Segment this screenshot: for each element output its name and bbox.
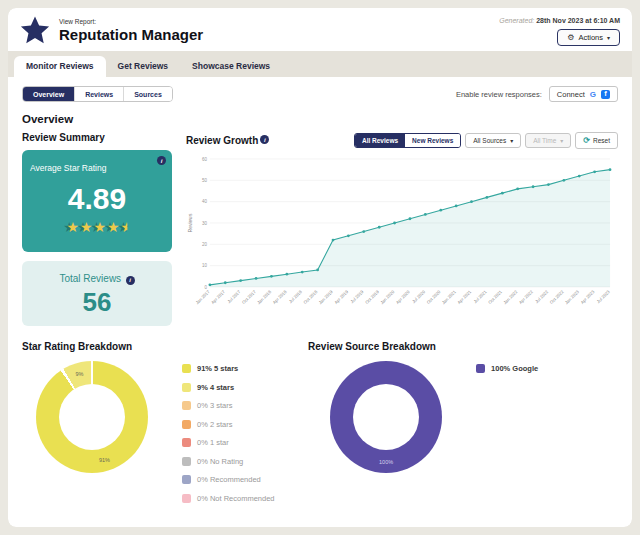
svg-text:Jan 2022: Jan 2022 xyxy=(502,289,518,305)
svg-text:20: 20 xyxy=(202,242,207,247)
svg-text:30: 30 xyxy=(202,221,207,226)
svg-text:Apr 2023: Apr 2023 xyxy=(580,289,596,305)
average-star-rating-value: 4.89 xyxy=(30,182,164,216)
all-sources-label: All Sources xyxy=(473,137,506,144)
svg-text:Apr 2019: Apr 2019 xyxy=(333,289,349,305)
stars-filled-icon: ★★★★★ xyxy=(66,219,127,235)
app-logo-star-icon xyxy=(20,15,50,45)
legend-item: 0% 2 stars xyxy=(182,420,275,429)
total-reviews-label: Total Reviews xyxy=(59,273,121,284)
svg-text:Jan 2021: Jan 2021 xyxy=(441,289,457,305)
legend-label: 0% 2 stars xyxy=(197,420,232,429)
reset-button[interactable]: ⟳ Reset xyxy=(575,132,618,149)
legend-swatch-icon xyxy=(476,364,485,373)
legend-swatch-icon xyxy=(182,401,191,410)
refresh-icon: ⟳ xyxy=(583,136,590,145)
all-time-dropdown[interactable]: All Time ▾ xyxy=(525,133,571,148)
actions-button[interactable]: ⚙ Actions ▾ xyxy=(557,29,620,46)
svg-text:Apr 2017: Apr 2017 xyxy=(210,289,226,305)
review-source-breakdown-title: Review Source Breakdown xyxy=(308,341,618,352)
legend-swatch-icon xyxy=(182,438,191,447)
svg-text:Jan 2020: Jan 2020 xyxy=(379,289,395,305)
review-growth-chart: 0102030405060ReviewsJan 2017Apr 2017Jul … xyxy=(186,153,618,329)
legend-swatch-icon xyxy=(182,475,191,484)
subtab-reviews[interactable]: Reviews xyxy=(75,87,124,101)
svg-text:Jul 2022: Jul 2022 xyxy=(534,289,549,304)
svg-text:60: 60 xyxy=(202,157,207,162)
svg-text:50: 50 xyxy=(202,178,207,183)
new-reviews-button[interactable]: New Reviews xyxy=(405,134,460,147)
legend-item: 0% Recommended xyxy=(182,475,275,484)
generated-timestamp: Generated: 28th Nov 2023 at 6:10 AM xyxy=(499,17,620,24)
google-icon: G xyxy=(590,90,596,99)
svg-text:Oct 2022: Oct 2022 xyxy=(549,289,565,305)
section-title-overview: Overview xyxy=(22,113,618,125)
subtab-sources[interactable]: Sources xyxy=(124,87,172,101)
tab-monitor-reviews[interactable]: Monitor Reviews xyxy=(14,56,106,77)
subtab-group: Overview Reviews Sources xyxy=(22,86,173,102)
star-rating-stars: ★★★★★ ★★★★★ xyxy=(30,218,164,236)
legend-label: 0% 3 stars xyxy=(197,401,232,410)
svg-text:Jul 2017: Jul 2017 xyxy=(226,289,241,304)
reset-button-label: Reset xyxy=(593,137,610,144)
legend-item: 100% Google xyxy=(476,364,538,373)
svg-text:Apr 2022: Apr 2022 xyxy=(518,289,534,305)
donut-slice-label: 100% xyxy=(379,459,393,465)
legend-label: 91% 5 stars xyxy=(197,364,238,373)
main-tab-bar: Monitor Reviews Get Reviews Showcase Rev… xyxy=(8,51,632,77)
star-rating-fill: ★★★★★ xyxy=(66,218,127,236)
legend-swatch-icon xyxy=(182,364,191,373)
svg-text:Jul 2021: Jul 2021 xyxy=(473,289,488,304)
svg-text:Jan 2023: Jan 2023 xyxy=(564,289,580,305)
connect-button[interactable]: Connect G f xyxy=(549,86,618,102)
all-sources-dropdown[interactable]: All Sources ▾ xyxy=(465,133,521,148)
star-rating-donut: 91%9% xyxy=(36,361,148,473)
page-title: Reputation Manager xyxy=(59,26,203,43)
legend-swatch-icon xyxy=(182,494,191,503)
review-growth-title: Review Growth xyxy=(186,135,258,146)
svg-text:Oct 2019: Oct 2019 xyxy=(364,289,380,305)
total-reviews-card: Total Reviews i 56 xyxy=(22,261,172,326)
subtab-overview[interactable]: Overview xyxy=(23,87,75,101)
star-rating-breakdown-title: Star Rating Breakdown xyxy=(22,341,308,352)
chevron-down-icon: ▾ xyxy=(607,34,610,41)
legend-swatch-icon xyxy=(182,420,191,429)
svg-text:Jul 2018: Jul 2018 xyxy=(288,289,303,304)
svg-text:Oct 2017: Oct 2017 xyxy=(241,289,257,305)
svg-text:Jan 2017: Jan 2017 xyxy=(195,289,211,305)
actions-button-label: Actions xyxy=(578,33,603,42)
content: Overview Reviews Sources Enable review r… xyxy=(8,77,632,527)
info-icon[interactable]: i xyxy=(157,156,166,165)
gear-icon: ⚙ xyxy=(567,33,574,42)
svg-text:Jan 2019: Jan 2019 xyxy=(318,289,334,305)
total-reviews-value: 56 xyxy=(28,287,166,318)
average-star-rating-card: Average Star Rating i 4.89 ★★★★★ ★★★★★ xyxy=(22,150,172,252)
svg-text:40: 40 xyxy=(202,199,207,204)
star-rating-legend: 91% 5 stars9% 4 stars0% 3 stars0% 2 star… xyxy=(182,364,275,512)
svg-text:Reviews: Reviews xyxy=(187,213,193,232)
legend-item: 91% 5 stars xyxy=(182,364,275,373)
legend-item: 0% 1 star xyxy=(182,438,275,447)
chevron-down-icon: ▾ xyxy=(510,137,513,144)
header: View Report: Reputation Manager Generate… xyxy=(8,8,632,51)
svg-text:10: 10 xyxy=(202,263,207,268)
legend-item: 0% No Rating xyxy=(182,457,275,466)
tab-showcase-reviews[interactable]: Showcase Reviews xyxy=(180,56,282,77)
review-source-legend: 100% Google xyxy=(476,364,538,383)
enable-review-responses-label: Enable review responses: xyxy=(456,90,542,99)
all-reviews-button[interactable]: All Reviews xyxy=(355,134,405,147)
review-source-donut: 100% xyxy=(330,361,442,473)
svg-text:Jul 2023: Jul 2023 xyxy=(596,289,611,304)
svg-text:Apr 2021: Apr 2021 xyxy=(456,289,472,305)
all-time-label: All Time xyxy=(533,137,556,144)
info-icon[interactable]: i xyxy=(126,276,135,285)
svg-text:Jan 2018: Jan 2018 xyxy=(256,289,272,305)
svg-text:Apr 2020: Apr 2020 xyxy=(395,289,411,305)
tab-get-reviews[interactable]: Get Reviews xyxy=(106,56,181,77)
legend-label: 9% 4 stars xyxy=(197,383,234,392)
legend-swatch-icon xyxy=(182,383,191,392)
growth-filters: All Reviews New Reviews All Sources ▾ Al… xyxy=(354,132,618,149)
legend-item: 9% 4 stars xyxy=(182,383,275,392)
legend-label: 0% 1 star xyxy=(197,438,229,447)
info-icon[interactable]: i xyxy=(260,135,269,144)
